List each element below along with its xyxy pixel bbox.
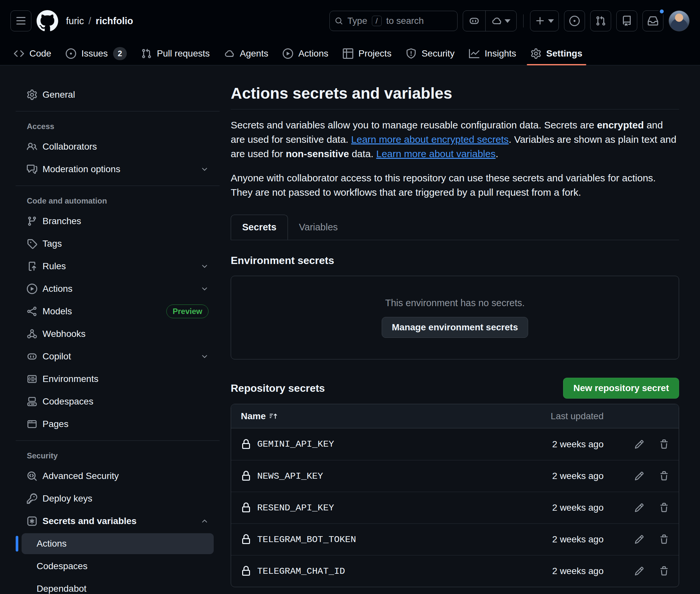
intro-bold-encrypted: encrypted: [597, 120, 644, 130]
tab-settings[interactable]: Settings: [525, 42, 588, 65]
secret-name: NEWS_API_KEY: [241, 471, 535, 481]
collaborator-access-paragraph: Anyone with collaborator access to this …: [231, 171, 679, 200]
page-title: Actions secrets and variables: [231, 84, 679, 109]
link-variables[interactable]: Learn more about variables: [376, 148, 496, 159]
inbox-button[interactable]: [642, 10, 663, 31]
pull-requests-button[interactable]: [590, 10, 611, 31]
pencil-icon: [634, 471, 644, 481]
sidebar-item-label: Actions: [42, 284, 72, 294]
sidebar-item-codespaces[interactable]: Codespaces: [22, 391, 214, 412]
tab-security[interactable]: Security: [400, 42, 460, 65]
sidebar-item-general[interactable]: General: [22, 84, 214, 105]
shield-icon: [406, 48, 416, 59]
sidebar-subitem-dependabot[interactable]: Dependabot: [22, 578, 214, 594]
edit-secret-button[interactable]: [634, 566, 644, 576]
sidebar-item-actions[interactable]: Actions: [22, 278, 214, 299]
new-repository-secret-button[interactable]: New repository secret: [563, 378, 679, 399]
asterisk-box-icon: [27, 516, 37, 526]
tab-label: Projects: [358, 48, 391, 59]
sidebar-subitem-label: Dependabot: [37, 584, 87, 594]
sidebar-item-pages[interactable]: Pages: [22, 414, 214, 434]
sidebar-subitem-actions[interactable]: Actions: [22, 533, 214, 554]
repositories-button[interactable]: [616, 10, 637, 31]
tab-agents[interactable]: Agents: [218, 42, 274, 65]
secret-name: TELEGRAM_BOT_TOKEN: [241, 534, 535, 544]
tab-projects[interactable]: Projects: [337, 42, 397, 65]
sidebar-item-label: Deploy keys: [42, 493, 93, 504]
delete-secret-button[interactable]: [659, 534, 669, 544]
sidebar-subitem-codespaces[interactable]: Codespaces: [22, 556, 214, 577]
play-circle-icon: [27, 284, 37, 294]
secret-updated: 2 weeks ago: [535, 566, 604, 576]
sidebar-item-label: Secrets and variables: [42, 516, 137, 526]
delete-secret-button[interactable]: [659, 503, 669, 513]
sidebar-item-deploy-keys[interactable]: Deploy keys: [22, 488, 214, 509]
sidebar-item-branches[interactable]: Branches: [22, 211, 214, 232]
header-actions: Type / to search: [329, 10, 690, 31]
hamburger-icon: [16, 16, 26, 26]
breadcrumb-owner[interactable]: furic: [66, 16, 84, 27]
secret-updated: 2 weeks ago: [535, 502, 604, 513]
issues-button[interactable]: [564, 10, 585, 31]
manage-environment-secrets-button[interactable]: Manage environment secrets: [382, 317, 528, 338]
codespaces-icon: [27, 396, 37, 407]
lock-icon: [241, 534, 251, 544]
sidebar-item-moderation-options[interactable]: Moderation options: [22, 159, 214, 180]
search-icon: [335, 17, 343, 25]
sidebar-item-copilot[interactable]: Copilot: [22, 346, 214, 367]
sidebar-item-label: Tags: [42, 238, 62, 249]
delete-secret-button[interactable]: [659, 566, 669, 576]
tab-secrets[interactable]: Secrets: [231, 214, 288, 240]
create-new-button[interactable]: [530, 10, 559, 31]
column-name[interactable]: Name: [241, 411, 535, 422]
delete-secret-button[interactable]: [659, 439, 669, 449]
github-logo[interactable]: [37, 10, 58, 32]
git-pull-request-icon: [141, 48, 152, 59]
intro-text: data.: [349, 148, 376, 159]
sidebar-item-tags[interactable]: Tags: [22, 233, 214, 254]
global-nav-menu-button[interactable]: [10, 10, 31, 31]
delete-secret-button[interactable]: [659, 471, 669, 481]
sidebar-item-environments[interactable]: Environments: [22, 368, 214, 390]
tab-actions[interactable]: Actions: [277, 42, 334, 65]
tab-code[interactable]: Code: [8, 42, 57, 65]
sidebar-item-webhooks[interactable]: Webhooks: [22, 324, 214, 344]
user-avatar[interactable]: [669, 10, 690, 31]
sidebar-item-models[interactable]: Models Preview: [22, 301, 214, 322]
play-circle-icon: [283, 48, 293, 59]
secret-name: GEMINI_API_KEY: [241, 439, 535, 450]
table-row: NEWS_API_KEY 2 weeks ago: [231, 460, 679, 492]
sidebar-item-collaborators[interactable]: Collaborators: [22, 136, 214, 157]
sidebar-item-advanced-security[interactable]: Advanced Security: [22, 466, 214, 487]
sidebar-divider: [16, 440, 220, 441]
copilot-agents-dropdown[interactable]: [485, 11, 516, 31]
sidebar-item-secrets-and-variables[interactable]: Secrets and variables: [22, 511, 214, 532]
breadcrumb-repo[interactable]: richfolio: [96, 16, 133, 27]
secret-name-text: RESEND_API_KEY: [257, 503, 334, 513]
edit-secret-button[interactable]: [634, 439, 644, 449]
sidebar-subitem-label: Codespaces: [37, 561, 88, 571]
tab-pull-requests[interactable]: Pull requests: [135, 42, 216, 65]
chevron-down-icon: [201, 353, 209, 360]
git-branch-icon: [27, 216, 37, 226]
link-encrypted-secrets[interactable]: Learn more about encrypted secrets: [351, 134, 509, 145]
sidebar-item-label: Environments: [42, 374, 98, 384]
edit-secret-button[interactable]: [634, 471, 644, 481]
sidebar-divider: [16, 186, 220, 186]
sidebar-item-rules[interactable]: Rules: [22, 256, 214, 277]
edit-secret-button[interactable]: [634, 503, 644, 513]
search-input[interactable]: Type / to search: [329, 11, 457, 31]
sidebar-item-label: Pages: [42, 419, 68, 429]
pencil-icon: [634, 503, 644, 513]
search-placeholder: Type: [347, 16, 367, 26]
tab-variables[interactable]: Variables: [288, 214, 349, 240]
tab-issues[interactable]: Issues 2: [60, 42, 133, 65]
lock-icon: [241, 566, 251, 576]
copilot-chat-button[interactable]: [463, 11, 485, 31]
lock-icon: [241, 471, 251, 481]
sidebar-section-access: Access: [16, 117, 220, 136]
edit-secret-button[interactable]: [634, 534, 644, 544]
sidebar-section-code-automation: Code and automation: [16, 192, 220, 211]
tab-insights[interactable]: Insights: [463, 42, 522, 65]
sidebar-item-label: General: [42, 90, 75, 100]
